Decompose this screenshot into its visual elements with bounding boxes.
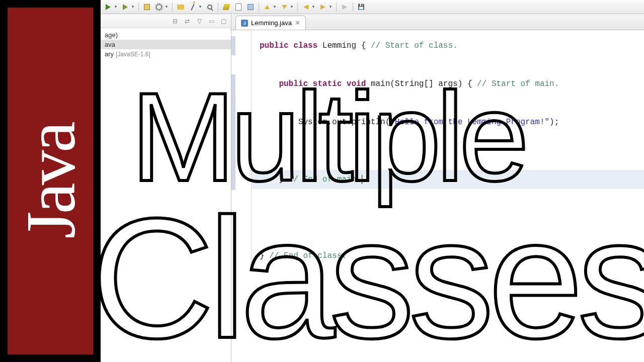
new-package-button[interactable] [141, 2, 152, 13]
main-toolbar: ▼ ▼ ▼ ▼ ▼ ▼ ▼ ▼ 💾 [101, 0, 644, 14]
tab-lemming[interactable]: J Lemming.java ✕ [235, 16, 306, 30]
file-tree: age) ava ary [JavaSE-1.6] [101, 28, 231, 61]
link-editor-icon[interactable]: ⇄ [183, 17, 192, 26]
maximize-icon[interactable]: ▢ [219, 17, 228, 26]
code-area[interactable]: public class Lemming { // Start of class… [231, 30, 644, 265]
debug-button[interactable] [120, 2, 131, 13]
tree-item-package[interactable]: age) [101, 30, 231, 40]
save-button[interactable]: 💾 [356, 2, 367, 13]
search-button[interactable] [204, 2, 215, 13]
minimize-icon[interactable]: ▭ [207, 17, 216, 26]
prev-dropdown[interactable]: ▼ [273, 5, 278, 9]
package-explorer: ⊟ ⇄ ▽ ▭ ▢ age) ava ary [JavaSE-1.6] [101, 14, 231, 362]
next-annotation-button[interactable] [279, 2, 290, 13]
wand-dropdown[interactable]: ▼ [198, 5, 203, 9]
tree-item-library[interactable]: ary [JavaSE-1.6] [101, 49, 231, 59]
format-button[interactable] [221, 2, 232, 13]
java-banner: Java [0, 0, 101, 362]
collapse-all-icon[interactable]: ⊟ [171, 17, 180, 26]
new-dropdown[interactable]: ▼ [165, 5, 170, 9]
gutter [231, 30, 252, 265]
view-menu-icon[interactable]: ▽ [195, 17, 204, 26]
explorer-toolbar: ⊟ ⇄ ▽ ▭ ▢ [101, 14, 231, 28]
debug-dropdown[interactable]: ▼ [131, 5, 136, 9]
java-file-icon: J [241, 20, 248, 27]
run-dropdown[interactable]: ▼ [114, 5, 119, 9]
wand-button[interactable] [187, 2, 198, 13]
tab-label: Lemming.java [251, 19, 292, 27]
fwd-dropdown[interactable]: ▼ [329, 5, 334, 9]
editor-tab-bar: J Lemming.java ✕ [231, 14, 644, 30]
open-folder-button[interactable] [175, 2, 186, 13]
code-editor: J Lemming.java ✕ public class Lemming { … [231, 14, 644, 362]
new-class-button[interactable] [153, 2, 165, 13]
banner-label: Java [10, 124, 91, 239]
fwd-disabled-button [339, 2, 350, 13]
back-dropdown[interactable]: ▼ [311, 5, 316, 9]
close-icon[interactable]: ✕ [295, 19, 300, 27]
prev-annotation-button[interactable] [262, 2, 273, 13]
doc-button[interactable] [233, 2, 244, 13]
tree-item-file[interactable]: ava [101, 40, 231, 49]
run-button[interactable] [103, 2, 114, 13]
tool-button[interactable] [245, 2, 256, 13]
next-dropdown[interactable]: ▼ [290, 5, 295, 9]
forward-button[interactable] [317, 2, 329, 13]
back-button[interactable] [300, 2, 311, 13]
